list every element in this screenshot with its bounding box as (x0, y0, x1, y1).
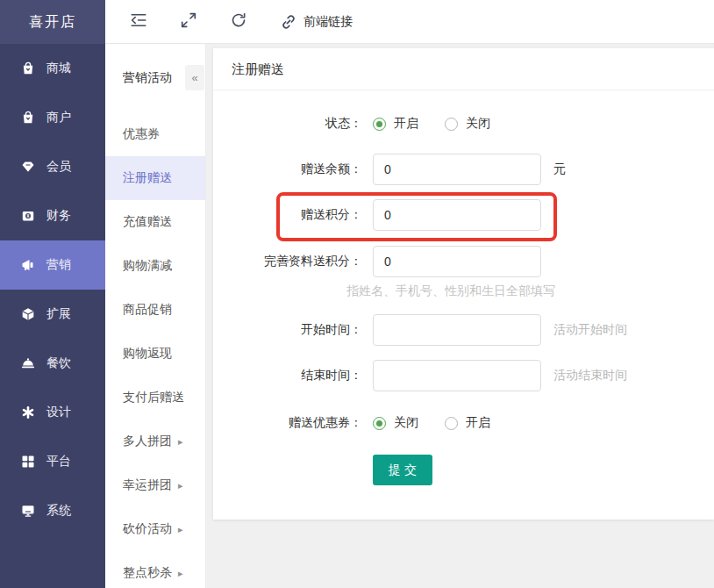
sidebar-item-label: 营销 (46, 257, 71, 273)
profile-points-input[interactable] (373, 246, 541, 277)
collapse-sidebar-button[interactable] (130, 13, 147, 31)
submenu-item-label: 多人拼团 (123, 434, 172, 449)
secondary-sidebar: 营销活动 « 优惠券 注册赠送 充值赠送 购物满减 商品促销 购物返现 支付后赠… (105, 44, 206, 588)
radio-label: 开启 (466, 415, 490, 431)
submenu-item-register-gift[interactable]: 注册赠送 (105, 156, 205, 200)
merchant-bag-icon (21, 111, 35, 125)
submenu-item-label: 购物满减 (123, 258, 172, 274)
submenu-item-label: 注册赠送 (123, 170, 172, 186)
radio-checked-icon (373, 118, 386, 131)
status-label: 状态： (213, 116, 373, 132)
balance-unit: 元 (553, 161, 566, 177)
form-row-status: 状态： 开启 关闭 (213, 113, 714, 134)
form-row-balance: 赠送余额： 元 (213, 154, 714, 185)
link-icon (280, 13, 297, 31)
sidebar-item-system[interactable]: 系统 (0, 486, 105, 535)
sidebar-item-label: 餐饮 (46, 355, 71, 371)
submenu-item-group-buy[interactable]: 多人拼团▸ (105, 419, 205, 463)
submenu-item-coupon[interactable]: 优惠券 (105, 112, 205, 156)
form-row-submit: 提 交 (213, 455, 714, 485)
radio-unchecked-icon (445, 118, 458, 131)
submenu-item-label: 优惠券 (123, 126, 160, 142)
refresh-button[interactable] (230, 13, 247, 31)
submenu-item-lucky-group[interactable]: 幸运拼团▸ (105, 463, 205, 507)
balance-label: 赠送余额： (213, 161, 373, 177)
status-radio-off[interactable]: 关闭 (445, 116, 490, 132)
sidebar-item-design[interactable]: 设计 (0, 388, 105, 437)
megaphone-icon (21, 258, 35, 272)
page-title: 注册赠送 (213, 48, 714, 90)
points-input[interactable] (373, 199, 541, 231)
sidebar-item-member[interactable]: 会员 (0, 142, 105, 191)
submenu-item-label: 砍价活动 (123, 521, 172, 537)
radio-unchecked-icon (445, 417, 458, 430)
finance-icon (21, 209, 35, 223)
sidebar-item-label: 设计 (46, 405, 71, 420)
sidebar-item-catering[interactable]: 餐饮 (0, 339, 105, 388)
submenu-item-product-promotion[interactable]: 商品促销 (105, 288, 205, 332)
end-time-input[interactable] (373, 360, 541, 391)
sidebar-item-mall[interactable]: 商城 (0, 44, 105, 93)
primary-sidebar: 喜开店 商城 商户 会员 财务 (0, 0, 105, 588)
grid-icon (21, 455, 35, 469)
submenu-item-cashback[interactable]: 购物返现 (105, 332, 205, 376)
end-time-label: 结束时间： (213, 368, 373, 384)
submenu-item-shopping-discount[interactable]: 购物满减 (105, 244, 205, 288)
start-time-hint: 活动开始时间 (553, 322, 627, 338)
app-window: 喜开店 商城 商户 会员 财务 (0, 0, 714, 588)
submenu-item-flash-sale[interactable]: 整点秒杀▸ (105, 551, 205, 588)
submenu-item-label: 充值赠送 (123, 214, 172, 230)
chevron-right-icon: ▸ (178, 436, 183, 448)
points-label: 赠送积分： (213, 207, 373, 223)
status-radio-on[interactable]: 开启 (373, 116, 418, 132)
submenu-item-pay-gift[interactable]: 支付后赠送 (105, 376, 205, 419)
radio-label: 开启 (394, 116, 418, 132)
sidebar-item-label: 会员 (46, 159, 71, 175)
submenu-header: 营销活动 « (105, 44, 205, 112)
chevron-right-icon: ▸ (178, 524, 183, 535)
sidebar-item-label: 扩展 (46, 306, 71, 322)
sidebar-item-marketing[interactable]: 营销 (0, 240, 105, 290)
submit-button[interactable]: 提 交 (373, 455, 432, 485)
cloche-icon (21, 356, 35, 370)
content-panel: 注册赠送 状态： 开启 关闭 赠送余额： 元 赠送积分： (213, 48, 714, 520)
shop-bag-icon (21, 61, 35, 75)
monitor-icon (21, 504, 35, 518)
end-time-hint: 活动结束时间 (553, 368, 627, 384)
submenu-item-label: 幸运拼团 (123, 477, 172, 493)
sidebar-item-label: 财务 (46, 208, 71, 224)
status-radio-group: 开启 关闭 (373, 116, 490, 132)
sidebar-item-platform[interactable]: 平台 (0, 437, 105, 486)
submenu-item-label: 商品促销 (123, 302, 172, 318)
submenu-item-recharge-gift[interactable]: 充值赠送 (105, 200, 205, 244)
start-time-label: 开始时间： (213, 322, 373, 338)
start-time-input[interactable] (373, 314, 541, 346)
sidebar-item-finance[interactable]: 财务 (0, 191, 105, 240)
balance-input[interactable] (373, 154, 541, 185)
profile-points-hint: 指姓名、手机号、性别和生日全部填写 (346, 283, 714, 298)
fullscreen-button[interactable] (180, 13, 197, 31)
coupon-radio-on[interactable]: 开启 (445, 415, 490, 431)
gem-icon (21, 160, 35, 174)
coupon-radio-off[interactable]: 关闭 (373, 415, 418, 431)
form-row-points: 赠送积分： (213, 199, 714, 231)
coupon-label: 赠送优惠券： (213, 415, 373, 431)
submenu-collapse-button[interactable]: « (185, 65, 204, 90)
sidebar-item-label: 商户 (46, 110, 71, 125)
cube-icon (21, 307, 35, 321)
sidebar-item-label: 商城 (46, 61, 71, 76)
frontend-link-label: 前端链接 (303, 14, 353, 30)
frontend-link-button[interactable]: 前端链接 (280, 13, 353, 31)
refresh-icon (231, 12, 246, 32)
sidebar-item-merchant[interactable]: 商户 (0, 93, 105, 142)
submenu-item-bargain[interactable]: 砍价活动▸ (105, 507, 205, 551)
chevron-right-icon: ▸ (178, 568, 183, 579)
app-logo: 喜开店 (0, 0, 105, 44)
sidebar-item-extension[interactable]: 扩展 (0, 290, 105, 339)
sidebar-item-label: 系统 (46, 503, 71, 519)
coupon-radio-group: 关闭 开启 (373, 415, 490, 431)
topbar: 前端链接 (105, 0, 714, 44)
design-icon (21, 405, 35, 419)
collapse-sidebar-icon (131, 12, 146, 32)
radio-checked-icon (373, 417, 386, 430)
